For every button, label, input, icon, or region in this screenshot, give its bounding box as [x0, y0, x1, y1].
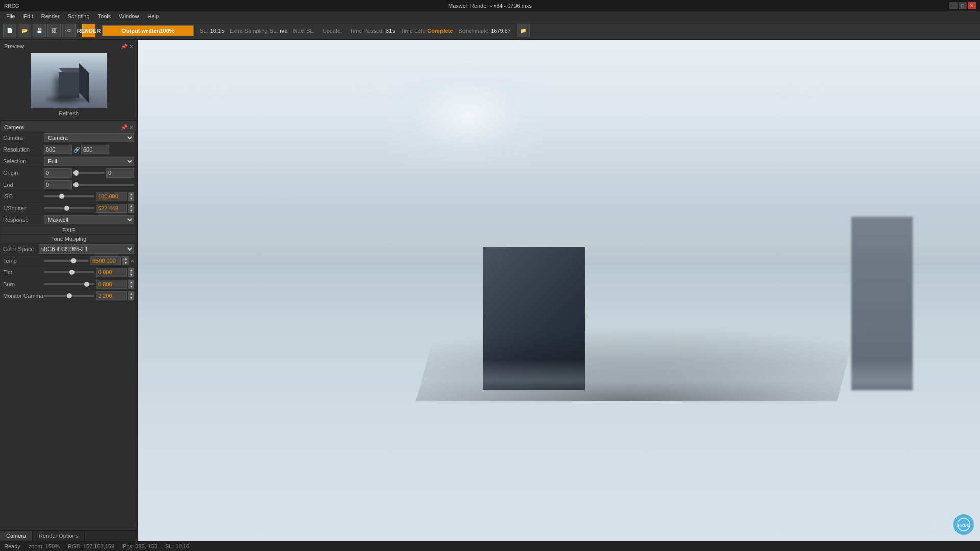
camera-section-header[interactable]: Camera 📌 ✕ — [1, 122, 136, 132]
iso-input[interactable] — [96, 192, 127, 201]
temp-clear-icon[interactable]: ✕ — [130, 258, 134, 264]
app-logo: RRCG — [4, 3, 19, 9]
extra-sampling-label: Extra Sampling SL: — [230, 28, 278, 34]
camera-select[interactable]: Camera — [44, 133, 134, 142]
origin-x-input[interactable] — [44, 168, 72, 178]
render-button[interactable]: RENDER — [82, 24, 95, 37]
selection-row: Selection Full — [1, 156, 136, 167]
time-passed-value: 31s — [386, 28, 395, 34]
res-height-input[interactable] — [81, 145, 109, 154]
camera-close-icon[interactable]: ✕ — [129, 124, 133, 130]
preview-close-icon[interactable]: ✕ — [129, 44, 133, 49]
shutter-value: ▲ ▼ — [44, 204, 134, 213]
minimize-button[interactable]: ─ — [949, 2, 958, 9]
tint-input[interactable] — [96, 268, 127, 277]
origin-y-input[interactable] — [106, 168, 134, 178]
burn-up-arrow[interactable]: ▲ — [128, 280, 134, 284]
menu-edit[interactable]: Edit — [19, 12, 37, 20]
iso-slider[interactable] — [44, 195, 94, 197]
preview-section: Preview 📌 ✕ Refresh — [0, 40, 137, 121]
refresh-button[interactable]: Refresh — [59, 110, 79, 116]
monitor-gamma-up-arrow[interactable]: ▲ — [128, 291, 134, 296]
update-label: Update: — [323, 28, 342, 34]
burn-label: Burn — [3, 281, 44, 287]
burn-row: Burn ▲ ▼ — [1, 279, 136, 290]
temp-up-arrow[interactable]: ▲ — [122, 256, 129, 261]
temp-down-arrow[interactable]: ▼ — [122, 261, 129, 265]
time-left-value: Complete — [427, 28, 453, 34]
tint-down-arrow[interactable]: ▼ — [128, 272, 134, 277]
monitor-gamma-input[interactable] — [96, 291, 127, 300]
status-rgb: RGB: 157,153,159 — [68, 543, 114, 549]
scene-glow — [390, 65, 544, 167]
burn-down-arrow[interactable]: ▼ — [128, 284, 134, 289]
shutter-slider[interactable] — [44, 207, 94, 209]
tint-label: Tint — [3, 269, 44, 276]
menu-render[interactable]: Render — [37, 12, 64, 20]
corner-logo: RRCG RRCG — [933, 509, 974, 535]
end-slider[interactable] — [74, 184, 134, 186]
origin-slider[interactable] — [74, 172, 105, 174]
menu-window[interactable]: Window — [115, 12, 143, 20]
save-output-button[interactable]: 📁 — [517, 24, 530, 37]
left-panel: Preview 📌 ✕ Refresh Camera 📌 ✕ — [0, 40, 138, 541]
menu-help[interactable]: Help — [143, 12, 163, 20]
preview-title: Preview — [4, 43, 24, 49]
menu-scripting[interactable]: Scripting — [64, 12, 94, 20]
exif-header[interactable]: EXIF — [1, 226, 136, 235]
monitor-gamma-slider[interactable] — [44, 295, 94, 297]
toolbar-btn-3[interactable]: 💾 — [33, 24, 46, 37]
sl-label: SL: — [200, 28, 208, 34]
menu-file[interactable]: File — [2, 12, 19, 20]
iso-down-arrow[interactable]: ▼ — [128, 196, 134, 201]
stat-sl: SL: 10.15 — [200, 28, 224, 34]
render-viewport[interactable]: RRCG人人素材RRCG人人素材RRCG人人素材RRCG人人素材RRCG人人素材… — [138, 40, 980, 541]
render-image: RRCG人人素材RRCG人人素材RRCG人人素材RRCG人人素材RRCG人人素材… — [138, 40, 980, 541]
burn-input[interactable] — [96, 280, 127, 289]
toolbar-btn-2[interactable]: 📂 — [18, 24, 31, 37]
camera-section: Camera 📌 ✕ Camera Camera Resolution — [0, 121, 137, 530]
time-left-label: Time Left: — [401, 28, 426, 34]
temp-arrows: ▲ ▼ — [122, 256, 129, 265]
title-bar-left: RRCG — [4, 3, 19, 9]
restore-button[interactable]: □ — [959, 2, 967, 9]
toolbar-btn-5[interactable]: ⚙ — [62, 24, 76, 37]
tint-up-arrow[interactable]: ▲ — [128, 268, 134, 272]
iso-up-arrow[interactable]: ▲ — [128, 192, 134, 196]
svg-text:RRCG: RRCG — [958, 523, 970, 528]
shutter-input[interactable] — [96, 204, 127, 213]
window-title: Maxwell Render - x64 - 0706.mxs — [448, 3, 532, 9]
preview-pin-icon[interactable]: 📌 — [121, 44, 127, 49]
monitor-gamma-row: Monitor Gamma ▲ ▼ — [1, 290, 136, 302]
next-sl-label: Next SL: — [293, 28, 315, 34]
monitor-gamma-down-arrow[interactable]: ▼ — [128, 296, 134, 300]
res-width-input[interactable] — [44, 145, 72, 154]
toolbar-btn-4[interactable]: 🖼 — [47, 24, 61, 37]
selection-select[interactable]: Full — [44, 157, 134, 166]
tab-render-options[interactable]: Render Options — [33, 531, 85, 541]
shutter-row: 1/Shutter ▲ ▼ — [1, 203, 136, 214]
tint-slider[interactable] — [44, 271, 94, 273]
camera-pin-icon[interactable]: 📌 — [121, 124, 127, 130]
response-select[interactable]: Maxwell — [44, 215, 134, 224]
temp-input[interactable] — [90, 256, 121, 265]
toolbar: 📄 📂 💾 🖼 ⚙ RENDER Output written100% SL: … — [0, 21, 980, 40]
end-x-input[interactable] — [44, 180, 72, 189]
shutter-down-arrow[interactable]: ▼ — [128, 208, 134, 213]
burn-arrows: ▲ ▼ — [128, 280, 134, 289]
burn-slider[interactable] — [44, 283, 94, 285]
selection-value: Full — [44, 157, 134, 166]
color-space-select[interactable]: sRGB IEC61966-2.1 — [39, 244, 134, 254]
stat-extra-sampling: Extra Sampling SL: n/a — [230, 28, 287, 34]
corner-logo-circle: RRCG — [953, 514, 974, 535]
end-label: End — [3, 182, 44, 188]
tab-camera[interactable]: Camera — [0, 531, 33, 541]
menu-tools[interactable]: Tools — [94, 12, 115, 20]
tone-mapping-header[interactable]: Tone Mapping — [1, 235, 136, 243]
close-button[interactable]: ✕ — [968, 2, 976, 9]
shutter-up-arrow[interactable]: ▲ — [128, 204, 134, 208]
burn-value: ▲ ▼ — [44, 280, 134, 289]
temp-slider[interactable] — [44, 260, 89, 262]
status-zoom: zoom: 150% — [29, 543, 60, 549]
toolbar-btn-1[interactable]: 📄 — [3, 24, 16, 37]
